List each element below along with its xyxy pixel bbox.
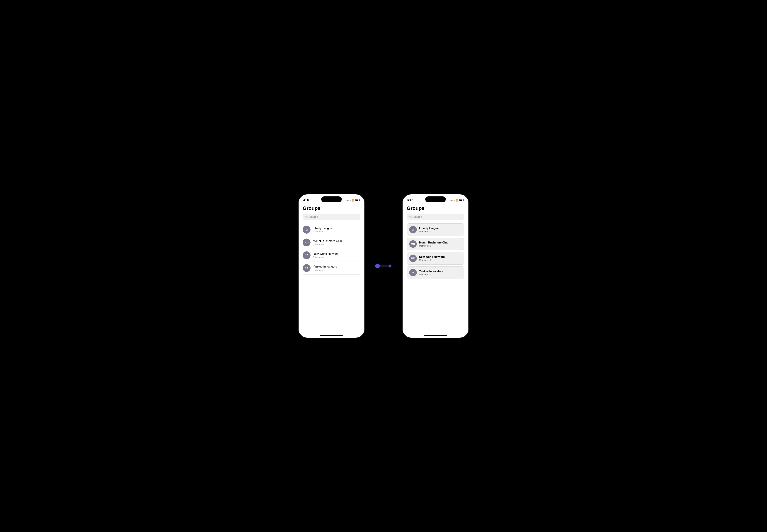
group-info: Yankee Innovators 0 Members (313, 265, 337, 271)
group-members: 0 Members (313, 256, 338, 258)
avatar: YA (409, 269, 417, 276)
group-members: Members: 0 (419, 273, 443, 276)
left-page-title: Groups (303, 205, 360, 211)
group-info: Mount Rushmore Club Members: 5 (419, 241, 448, 247)
list-item[interactable]: NE New World Network Members: 0 (407, 252, 464, 265)
status-icons-left: 📶 (346, 199, 360, 202)
transition-arrow (375, 261, 392, 271)
time-left: 4:08 (303, 199, 309, 202)
list-item[interactable]: LI Liberty League Members: 0 (407, 223, 464, 236)
group-members: 0 Members (313, 269, 337, 271)
signal-icon-left (346, 200, 351, 201)
search-icon-left: 🔍 (305, 216, 308, 218)
group-name: New World Network (419, 255, 445, 258)
list-item[interactable]: MO Mount Rushmore Club Members: 5 (407, 238, 464, 250)
group-members: Members: 0 (419, 259, 445, 261)
list-item[interactable]: NE New World Network 0 Members (303, 249, 360, 262)
dynamic-island-right (425, 196, 446, 202)
list-item[interactable]: YA Yankee Innovators 0 Members (303, 262, 360, 275)
group-info: New World Network 0 Members (313, 252, 338, 258)
left-search-placeholder: Search (309, 215, 318, 218)
wifi-icon-right: 📶 (456, 199, 458, 202)
group-name: Mount Rushmore Club (419, 241, 448, 244)
time-right: 6:47 (407, 199, 413, 202)
left-search-bar[interactable]: 🔍 Search (303, 214, 360, 220)
group-members: 5 Members (313, 243, 342, 246)
avatar: LI (303, 226, 311, 234)
list-item[interactable]: LI Liberty League 0 Members (303, 223, 360, 236)
arrow-icon (375, 261, 392, 271)
avatar: NE (303, 251, 311, 259)
right-search-placeholder: Search (413, 215, 422, 218)
group-info: New World Network Members: 0 (419, 255, 445, 261)
svg-point-0 (375, 264, 380, 268)
home-indicator-right (424, 335, 447, 336)
group-name: Mount Rushmore Club (313, 239, 342, 243)
group-members: Members: 5 (419, 245, 448, 247)
wifi-icon-left: 📶 (352, 199, 354, 202)
group-info: Liberty League 0 Members (313, 227, 332, 233)
group-members: Members: 0 (419, 230, 439, 233)
avatar: MO (303, 239, 311, 246)
group-members: 0 Members (313, 230, 332, 233)
list-item[interactable]: YA Yankee Innovators Members: 0 (407, 266, 464, 279)
group-info: Mount Rushmore Club 5 Members (313, 239, 342, 246)
group-info: Liberty League Members: 0 (419, 227, 439, 233)
battery-icon-right (459, 199, 464, 201)
battery-icon-left (355, 199, 360, 201)
group-name: Yankee Innovators (419, 270, 443, 273)
left-phone: 4:08 📶 Groups 🔍 Search (298, 194, 365, 338)
left-phone-content: Groups 🔍 Search LI Liberty League 0 Memb… (299, 204, 364, 275)
status-icons-right: 📶 (450, 199, 464, 202)
search-icon-right: 🔍 (409, 216, 412, 218)
left-group-list: LI Liberty League 0 Members MO Mount Rus… (303, 223, 360, 275)
group-name: Liberty League (313, 227, 332, 230)
svg-marker-2 (389, 264, 392, 268)
avatar: YA (303, 264, 311, 272)
right-page-title: Groups (407, 205, 464, 211)
right-search-bar[interactable]: 🔍 Search (407, 214, 464, 220)
home-indicator-left (320, 335, 343, 336)
group-name: Liberty League (419, 227, 439, 230)
right-group-cards: LI Liberty League Members: 0 MO Mount Ru… (407, 223, 464, 279)
list-item[interactable]: MO Mount Rushmore Club 5 Members (303, 236, 360, 249)
dynamic-island-left (321, 196, 342, 202)
avatar: MO (409, 240, 417, 248)
right-phone-content: Groups 🔍 Search LI Liberty League Member… (403, 204, 468, 279)
group-info: Yankee Innovators Members: 0 (419, 270, 443, 276)
comparison-layout: 4:08 📶 Groups 🔍 Search (298, 194, 469, 338)
right-phone: 6:47 📶 Groups 🔍 Search (402, 194, 469, 338)
group-name: New World Network (313, 252, 338, 256)
avatar: NE (409, 255, 417, 262)
group-name: Yankee Innovators (313, 265, 337, 268)
signal-icon-right (450, 200, 455, 201)
avatar: LI (409, 226, 417, 233)
